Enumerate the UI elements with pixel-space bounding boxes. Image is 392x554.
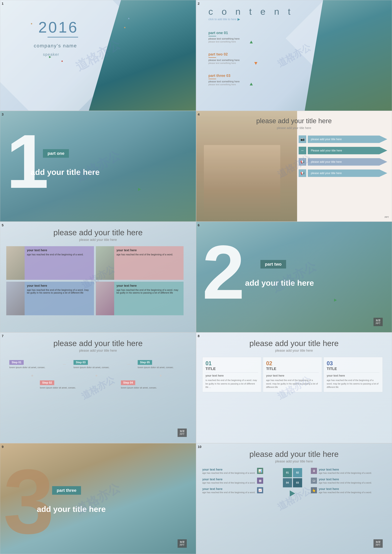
- item-desc-l1: age has reached the end of the beginning…: [202, 471, 255, 475]
- big-number-3: 1: [6, 123, 49, 200]
- dot-3: [160, 375, 161, 377]
- ppt-label-9: PPT: [180, 544, 185, 547]
- part-one-label: part one 01: [209, 31, 240, 35]
- item-icon-l1: 📊: [257, 468, 263, 474]
- img-1: [6, 246, 25, 280]
- icon-box-1: 📷: [299, 135, 306, 143]
- item-row-r3: 👆 your text here age has reached the end…: [311, 487, 383, 494]
- part-three-desc1: please text something here: [209, 80, 240, 83]
- arrow-shape-4: please add your title here: [308, 169, 387, 177]
- deco-tri-2: [254, 62, 257, 65]
- year-underline: [48, 37, 78, 37]
- mute-badge-7: 無聲 PPT: [178, 428, 187, 437]
- divider-3: [327, 372, 379, 373]
- col-title-2: TITLE: [266, 367, 319, 371]
- text-desc-2: age has reached the end of the beginning…: [116, 253, 181, 256]
- step-text-1: lorem ipsum dolor sit amet, consec.: [9, 366, 55, 369]
- play-triangle: [290, 491, 295, 497]
- slide-number-2: 2: [198, 2, 200, 6]
- divider-2: [266, 372, 319, 373]
- item-desc-r3: age has reached the end of the beginning…: [319, 491, 372, 494]
- slide-2: 2 c o n t e n t click to add title to he…: [196, 0, 392, 111]
- text-title-4: your text here: [116, 284, 181, 288]
- ppt-label-7: PPT: [180, 433, 185, 436]
- col-title-3: TITLE: [327, 367, 379, 371]
- big-number-9: 3: [3, 456, 54, 547]
- item-desc-r1: age has reached the end of the beginning…: [319, 471, 372, 475]
- play-icon[interactable]: ▶: [238, 17, 240, 21]
- mute-label-6: 無聲: [376, 319, 381, 322]
- item-title-r1: your text here: [319, 468, 372, 471]
- deco-dot-1: ◆: [124, 26, 126, 28]
- mute-badge-10: 無聲 PPT: [373, 539, 383, 548]
- dots-row: [6, 375, 187, 377]
- hex-02: 02: [293, 468, 302, 477]
- mute-badge-6: 無聲 PPT: [373, 318, 383, 326]
- hex-03: 03: [293, 478, 302, 487]
- grid-item-4: your text here age has reached the end o…: [96, 282, 183, 315]
- item-icon-r2: 🗂: [311, 477, 317, 484]
- step-text-4: lorem ipsum dolor sit amet, consec.: [121, 386, 183, 389]
- text-title-2: your text here: [116, 248, 181, 252]
- page-title-5: please add your title here: [53, 228, 143, 237]
- part-badge-9: part three: [52, 486, 81, 495]
- right-col-10: 🖥 your text here age has reached the end…: [311, 468, 383, 497]
- col-num-2: 02: [266, 360, 319, 367]
- hex-grid: 01 02 04 03: [283, 468, 302, 487]
- col-num-3: 03: [327, 360, 379, 367]
- col-text-1: is reached the end of the beginning of a…: [206, 379, 258, 389]
- slide-6: 6 2 part two add your title here 無聲 PPT …: [196, 222, 392, 332]
- arrow-item-4: 📢 please add your title here: [299, 169, 387, 177]
- text-box-2: your text here age has reached the end o…: [114, 246, 183, 280]
- content-title: c o n t e n t: [209, 6, 294, 17]
- slide-5: 5 please add your title here please add …: [0, 222, 196, 332]
- ppt-label-4: PPT: [385, 216, 389, 218]
- col-text-3: age has reached the end of the beginning…: [327, 379, 379, 389]
- mute-label-7: 無聲: [180, 430, 185, 433]
- triangle-deco-6: [334, 299, 338, 302]
- part-three-desc2: please text something here: [209, 83, 240, 86]
- item-desc-r2: age has reached the end of the beginning…: [319, 481, 372, 485]
- col-subtitle-2: your text here: [266, 374, 319, 377]
- slide-3: 3 1 part one add your title here 道格亦公: [0, 111, 196, 222]
- col-subtitle-3: your text here: [327, 374, 379, 377]
- grid-item-3: your text here age has reached the end o…: [6, 282, 94, 315]
- text-desc-3: age has reached the end of the beginning…: [27, 289, 92, 294]
- dot-2: [96, 375, 97, 377]
- page-title-8: please add your title here: [249, 339, 339, 348]
- item-title-l3: your text here: [202, 487, 255, 491]
- text-box-3: your text here age has reached the end o…: [25, 282, 94, 315]
- deco-arrow-2: ▶: [49, 55, 51, 58]
- deco-tri-3: [250, 83, 253, 85]
- item-row-l1: your text here age has reached the end o…: [202, 468, 274, 475]
- icon-box-4: 📢: [299, 169, 306, 177]
- item-desc-l2: age has reached the end of the beginning…: [202, 481, 255, 485]
- item-text-l2: your text here age has reached the end o…: [202, 477, 255, 485]
- dot-1: [31, 375, 33, 377]
- grid-items-5: your text here age has reached the end o…: [6, 246, 183, 315]
- slide-number-8: 8: [198, 334, 200, 338]
- item-title-l1: your text here: [202, 468, 255, 471]
- arrow-item-3: 📢 please add your title here: [299, 158, 387, 166]
- deco-dot-3: ◆: [61, 60, 63, 62]
- triangle-deco-3: [138, 188, 142, 191]
- item-icon-r1: 🖥: [311, 468, 317, 474]
- part-one-desc2: please text something here: [209, 40, 240, 43]
- click-here-text: click to add title to here: [209, 18, 237, 21]
- page-title-7: please add your title here: [53, 339, 143, 348]
- step-box-2: Step 02 lorem ipsum dolor sit amet, cons…: [37, 377, 105, 392]
- presentation-grid: 1 2016 company's name speaker 道格亦公 ▲ ◆ ◆…: [0, 0, 392, 554]
- part-item-3: part three 03 please text something here…: [209, 74, 240, 86]
- company-name: company's name: [34, 43, 77, 49]
- connector-3: [110, 385, 113, 385]
- slide-1: 1 2016 company's name speaker 道格亦公 ▲ ◆ ◆…: [0, 0, 196, 111]
- divider-1: [206, 372, 258, 373]
- mute-label-9: 無聲: [180, 540, 185, 544]
- item-row-l3: your text here age has reached the end o…: [202, 487, 274, 494]
- page-subtitle-5: please add your title here: [79, 238, 117, 242]
- part-two-desc1: please text something here: [209, 59, 240, 62]
- item-text-l3: your text here age has reached the end o…: [202, 487, 255, 494]
- page-subtitle-7: please add your title here: [79, 349, 117, 353]
- ppt-label-6: PPT: [376, 322, 381, 325]
- part-one-bar: [209, 36, 216, 36]
